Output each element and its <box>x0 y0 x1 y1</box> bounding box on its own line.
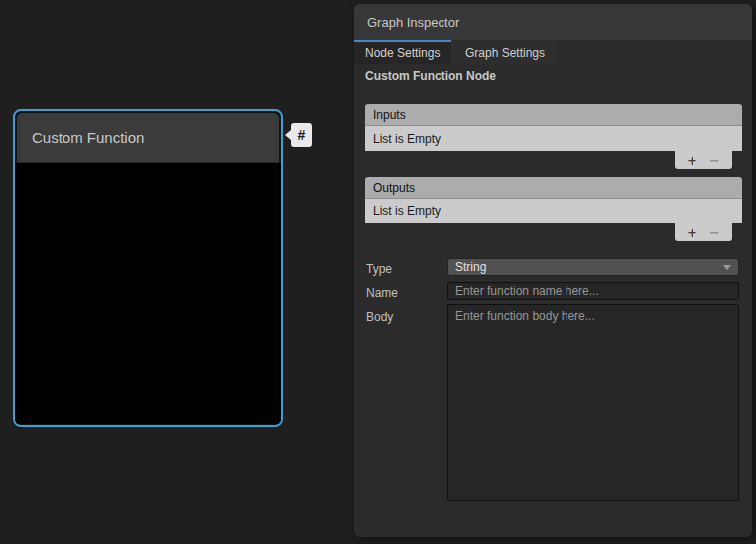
panel-title: Graph Inspector <box>367 15 459 30</box>
tab-node-settings[interactable]: Node Settings <box>354 40 451 64</box>
outputs-list: Outputs List is Empty + − <box>365 177 742 241</box>
inputs-list-footer: + − <box>365 151 742 169</box>
type-label: Type <box>366 262 392 276</box>
type-dropdown-value: String <box>455 260 486 274</box>
inputs-empty-row: List is Empty <box>365 126 742 151</box>
function-name-input[interactable] <box>447 282 739 300</box>
inputs-footer-buttons: + − <box>675 151 732 169</box>
inputs-empty-label: List is Empty <box>373 132 441 146</box>
outputs-empty-row: List is Empty <box>365 199 742 223</box>
inputs-header-label: Inputs <box>373 108 406 122</box>
chevron-down-icon <box>723 265 731 270</box>
outputs-footer-buttons: + − <box>675 223 732 241</box>
tab-label: Graph Settings <box>465 46 545 60</box>
outputs-header-label: Outputs <box>373 181 415 195</box>
node-title-bar[interactable]: Custom Function <box>17 113 279 163</box>
outputs-list-header: Outputs <box>365 177 742 199</box>
node-preview <box>15 163 281 424</box>
custom-function-node[interactable]: Custom Function <box>13 109 283 427</box>
graph-canvas[interactable]: Custom Function # Graph Inspector Node S… <box>0 0 756 544</box>
name-label: Name <box>366 286 398 300</box>
function-body-textarea[interactable] <box>447 304 739 501</box>
graph-inspector-panel: Graph Inspector Node Settings Graph Sett… <box>354 4 752 537</box>
outputs-add-button[interactable]: + <box>687 226 697 239</box>
inputs-add-button[interactable]: + <box>687 154 697 167</box>
panel-title-bar: Graph Inspector <box>354 4 752 40</box>
type-dropdown[interactable]: String <box>447 258 739 276</box>
section-title: Custom Function Node <box>365 69 496 83</box>
tab-bar: Node Settings Graph Settings <box>354 40 752 64</box>
inputs-list: Inputs List is Empty + − <box>365 104 742 169</box>
inputs-remove-button[interactable]: − <box>709 154 720 167</box>
tab-label: Node Settings <box>365 46 440 60</box>
node-docs-badge-button[interactable]: # <box>291 123 312 147</box>
tab-graph-settings[interactable]: Graph Settings <box>451 40 558 64</box>
outputs-remove-button[interactable]: − <box>709 226 720 239</box>
node-title: Custom Function <box>32 129 144 146</box>
outputs-list-footer: + − <box>365 223 742 241</box>
hash-icon: # <box>298 127 306 143</box>
outputs-empty-label: List is Empty <box>373 204 441 218</box>
body-label: Body <box>366 310 393 324</box>
inputs-list-header: Inputs <box>365 104 742 126</box>
